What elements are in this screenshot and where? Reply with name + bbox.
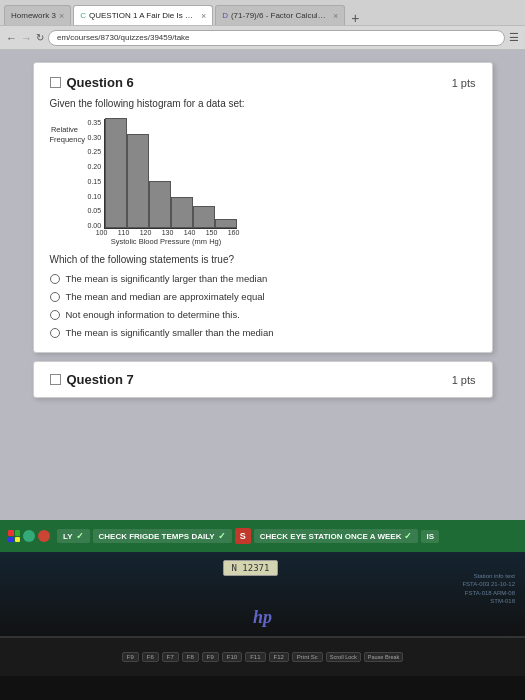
x-tick-130: 130 — [157, 229, 179, 236]
x-tick-120: 120 — [135, 229, 157, 236]
option4[interactable]: The mean is significantly smaller than t… — [50, 327, 476, 338]
question7-checkbox[interactable] — [50, 374, 61, 385]
key-f9-left: F9 — [122, 652, 139, 662]
radio-4[interactable] — [50, 328, 60, 338]
address-bar: ← → ↻ em/courses/8730/quizzes/39459/take… — [0, 26, 525, 50]
question6-checkbox[interactable] — [50, 77, 61, 88]
new-tab-button[interactable]: + — [347, 11, 363, 25]
question6-title: Question 6 — [67, 75, 134, 90]
frigde-label: CHECK FRIGDE TEMPS DAILY — [99, 532, 215, 541]
monitor-area: N 12371 Station info text FSTA-003 21-10… — [0, 552, 525, 700]
answer-options: The mean is significantly larger than th… — [50, 273, 476, 338]
y-tick-2: 0.10 — [88, 193, 102, 200]
option1-text: The mean is significantly larger than th… — [66, 273, 268, 284]
taskbar-btn-eye-station[interactable]: CHECK EYE STATION ONCE A WEEK ✓ — [254, 529, 419, 543]
key-pause: Pause Break — [364, 652, 404, 662]
y-tick-0: 0.00 — [88, 222, 102, 229]
x-tick-150: 150 — [201, 229, 223, 236]
option2[interactable]: The mean and median are approximately eq… — [50, 291, 476, 302]
question6-header: Question 6 1 pts — [50, 75, 476, 90]
y-tick-4: 0.20 — [88, 163, 102, 170]
x-axis-title: Systolic Blood Pressure (mm Hg) — [88, 237, 245, 246]
taskbar-btn-ly[interactable]: LY ✓ — [57, 529, 90, 543]
radio-3[interactable] — [50, 310, 60, 320]
question6-prompt: Given the following histogram for a data… — [50, 98, 476, 109]
x-tick-110: 110 — [113, 229, 135, 236]
checkmark-ly: ✓ — [76, 531, 84, 541]
option2-text: The mean and median are approximately eq… — [66, 291, 265, 302]
x-tick-100: 100 — [91, 229, 113, 236]
question6-card: Question 6 1 pts Given the following his… — [33, 62, 493, 353]
y-axis-label: Relative Frequency — [50, 125, 80, 145]
s-icon[interactable]: S — [235, 528, 251, 544]
question7-card: Question 7 1 pts — [33, 361, 493, 398]
taskbar-btn-is[interactable]: IS — [421, 530, 439, 543]
histogram: Relative Frequency 0.00 0.05 0.10 0.15 0… — [50, 117, 476, 248]
monitor-sticker: N 12371 — [223, 560, 279, 576]
checkmark-frigde: ✓ — [218, 531, 226, 541]
radio-2[interactable] — [50, 292, 60, 302]
question7-points: 1 pts — [452, 374, 476, 386]
address-text: em/courses/8730/quizzes/39459/take — [57, 33, 190, 42]
bar-2 — [127, 134, 149, 228]
reload-button[interactable]: ↻ — [36, 32, 44, 43]
key-f8: F8 — [182, 652, 199, 662]
menu-button[interactable]: ☰ — [509, 31, 519, 44]
question6-points: 1 pts — [452, 77, 476, 89]
key-f11: F11 — [245, 652, 265, 662]
y-tick-7: 0.35 — [88, 119, 102, 126]
bar-4 — [171, 197, 193, 228]
x-axis-labels: 100 110 120 130 140 150 160 — [91, 229, 245, 236]
key-f7: F7 — [162, 652, 179, 662]
bar-1 — [105, 118, 127, 228]
key-f12: F12 — [269, 652, 289, 662]
start-area[interactable] — [4, 528, 54, 544]
question7-title: Question 7 — [67, 372, 134, 387]
eye-station-label: CHECK EYE STATION ONCE A WEEK — [260, 532, 402, 541]
key-f6: F6 — [142, 652, 159, 662]
taskbar-btn-frigde[interactable]: CHECK FRIGDE TEMPS DAILY ✓ — [93, 529, 232, 543]
address-input-container[interactable]: em/courses/8730/quizzes/39459/take — [48, 30, 505, 46]
forward-button[interactable]: → — [21, 32, 32, 44]
option3[interactable]: Not enough information to determine this… — [50, 309, 476, 320]
x-tick-160: 160 — [223, 229, 245, 236]
y-tick-3: 0.15 — [88, 178, 102, 185]
radio-1[interactable] — [50, 274, 60, 284]
back-button[interactable]: ← — [6, 32, 17, 44]
tab-factor-calc[interactable]: D (71-79)/6 - Factor Calculator - Re... … — [215, 5, 345, 25]
y-tick-1: 0.05 — [88, 207, 102, 214]
key-scroll: Scroll Lock — [326, 652, 361, 662]
checkmark-eye: ✓ — [404, 531, 412, 541]
bar-5 — [193, 206, 215, 228]
keyboard-area: F9 F6 F7 F8 F9 F10 F11 F12 Print Sc Scro… — [0, 636, 525, 676]
question6-sub-prompt: Which of the following statements is tru… — [50, 254, 476, 265]
x-tick-140: 140 — [179, 229, 201, 236]
key-f9-right: F9 — [202, 652, 219, 662]
option4-text: The mean is significantly smaller than t… — [66, 327, 274, 338]
tab-bar: Homework 3 × C QUESTION 1 A Fair Die Is … — [0, 0, 525, 26]
histogram-bars — [104, 119, 237, 229]
tab-homework3[interactable]: Homework 3 × — [4, 5, 71, 25]
key-printsc: Print Sc — [292, 652, 323, 662]
bar-6 — [215, 219, 237, 228]
key-f10: F10 — [222, 652, 242, 662]
main-content: Question 6 1 pts Given the following his… — [0, 50, 525, 520]
option1[interactable]: The mean is significantly larger than th… — [50, 273, 476, 284]
y-axis-ticks: 0.00 0.05 0.10 0.15 0.20 0.25 0.30 0.35 — [88, 119, 102, 229]
browser-chrome: Homework 3 × C QUESTION 1 A Fair Die Is … — [0, 0, 525, 50]
bar-3 — [149, 181, 171, 228]
y-tick-5: 0.25 — [88, 148, 102, 155]
option3-text: Not enough information to determine this… — [66, 309, 240, 320]
y-tick-6: 0.30 — [88, 134, 102, 141]
tab-question1[interactable]: C QUESTION 1 A Fair Die Is Rolle... × — [73, 5, 213, 25]
taskbar: LY ✓ CHECK FRIGDE TEMPS DAILY ✓ S CHECK … — [0, 520, 525, 552]
